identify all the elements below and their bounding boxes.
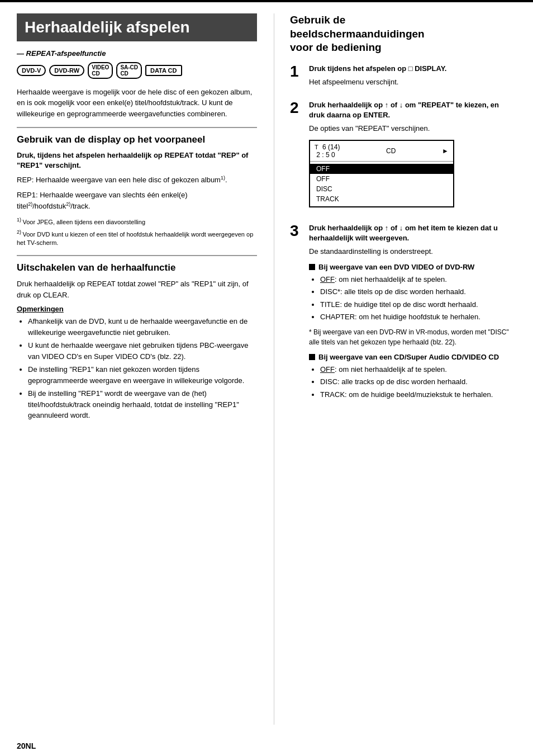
display-menu-off1: OFF bbox=[310, 164, 453, 174]
footnote1: 1) Voor JPEG, alleen tijdens een diavoor… bbox=[17, 216, 257, 226]
rep1-text: REP1: Herhaalde weergave van slechts één… bbox=[17, 190, 257, 211]
dvd-section-heading: Bij weergave van een DVD VIDEO of DVD-RW bbox=[309, 263, 516, 271]
list-item: U kunt de herhaalde weergave niet gebrui… bbox=[28, 340, 257, 362]
section2-heading: Uitschakelen van de herhaalfunctie bbox=[17, 262, 257, 274]
cd-list-item-track: TRACK: om de huidige beeld/muziekstuk te… bbox=[320, 389, 516, 400]
display-time-area: T 6 (14) 2 : 5 0 bbox=[315, 143, 340, 159]
section1-instruction: Druk, tijdens het afspelen herhaaldelijk… bbox=[17, 150, 257, 171]
opmerkingen-list: Afhankelijk van de DVD, kunt u de herhaa… bbox=[17, 316, 257, 421]
badge-row: DVD-V DVD-RW VIDEOCD SA-CDCD DATA CD bbox=[17, 62, 257, 79]
badge-dvdv: DVD-V bbox=[17, 65, 46, 76]
dvd-list-item-off: OFF: om niet herhaaldelijk af te spelen. bbox=[320, 274, 516, 285]
dvd-list: OFF: om niet herhaaldelijk af te spelen.… bbox=[309, 274, 516, 323]
page-number: 20NL bbox=[0, 736, 533, 756]
step3-content: Druk herhaaldelijk op ↑ of ↓ om het item… bbox=[309, 223, 516, 404]
dvd-footnote: * Bij weergave van een DVD-RW in VR-modu… bbox=[309, 327, 516, 347]
dvd-list-item-disc: DISC*: alle titels op de disc worden her… bbox=[320, 286, 516, 297]
display-top: T 6 (14) 2 : 5 0 CD ► bbox=[310, 141, 453, 162]
right-column: Gebruik debeeldschermaanduidingenvoor de… bbox=[274, 13, 516, 725]
list-item: Bij de instelling "REP1" wordt de weerga… bbox=[28, 388, 257, 421]
badge-dvdrw: DVD-RW bbox=[49, 65, 84, 76]
cd-section-heading: Bij weergave van een CD/Super Audio CD/V… bbox=[309, 353, 516, 361]
dvd-heading-text: Bij weergave van een DVD VIDEO of DVD-RW bbox=[318, 263, 474, 271]
display-box: T 6 (14) 2 : 5 0 CD ► OFF OFF DISC TRACK bbox=[309, 140, 454, 207]
display-t-label: T bbox=[315, 144, 318, 150]
step2-content: Druk herhaaldelijk op ↑ of ↓ om "REPEAT"… bbox=[309, 100, 516, 215]
dvd-list-item-chapter: CHAPTER: om het huidige hoofdstuk te her… bbox=[320, 311, 516, 323]
cd-list-item-off: OFF: om niet herhaaldelijk af te spelen. bbox=[320, 364, 516, 375]
black-square-icon bbox=[309, 264, 315, 270]
display-cd-label: CD bbox=[386, 147, 396, 155]
left-column: Herhaaldelijk afspelen — REPEAT-afspeelf… bbox=[17, 13, 257, 725]
rep-text: REP: Herhaalde weergave van een hele dis… bbox=[17, 174, 257, 186]
list-item: De instelling "REP1" kan niet gekozen wo… bbox=[28, 364, 257, 386]
display-menu-disc: DISC bbox=[310, 184, 453, 194]
dvd-list-item-title: TITLE: de huidige titel op de disc wordt… bbox=[320, 299, 516, 310]
badge-sacd: SA-CDCD bbox=[116, 62, 142, 79]
step1-body: Het afspeelmenu verschijnt. bbox=[309, 77, 516, 88]
display-menu: OFF OFF DISC TRACK bbox=[310, 162, 453, 206]
step1-content: Druk tijdens het afspelen op □ DISPLAY. … bbox=[309, 64, 516, 92]
list-item: Afhankelijk van de DVD, kunt u de herhaa… bbox=[28, 316, 257, 338]
main-title: Herhaaldelijk afspelen bbox=[17, 13, 257, 41]
badge-datacd: DATA CD bbox=[145, 65, 182, 76]
page: Herhaaldelijk afspelen — REPEAT-afspeelf… bbox=[0, 0, 533, 756]
step1-heading: Druk tijdens het afspelen op □ DISPLAY. bbox=[309, 64, 516, 74]
right-title: Gebruik debeeldschermaanduidingenvoor de… bbox=[290, 13, 516, 55]
step2-number: 2 bbox=[290, 100, 303, 116]
cd-list-item-disc: DISC: alle tracks op de disc worden herh… bbox=[320, 376, 516, 388]
step2-row: 2 Druk herhaaldelijk op ↑ of ↓ om "REPEA… bbox=[290, 100, 516, 215]
step3-body: De standaardinstelling is onderstreept. bbox=[309, 246, 516, 257]
step2-body: De opties van "REPEAT" verschijnen. bbox=[309, 123, 516, 134]
step2-heading: Druk herhaaldelijk op ↑ of ↓ om "REPEAT"… bbox=[309, 100, 516, 120]
step3-number: 3 bbox=[290, 223, 303, 239]
cd-heading-text: Bij weergave van een CD/Super Audio CD/V… bbox=[318, 353, 499, 361]
badge-videocd: VIDEOCD bbox=[88, 62, 113, 79]
repeat-subtitle: — REPEAT-afspeelfunctie bbox=[17, 49, 257, 58]
display-menu-off2: OFF bbox=[310, 174, 453, 184]
intro-paragraph: Herhaalde weergave is mogelijk voor de h… bbox=[17, 87, 257, 120]
section-separator-1 bbox=[17, 127, 257, 128]
black-square-icon-2 bbox=[309, 354, 315, 360]
content-area: Herhaaldelijk afspelen — REPEAT-afspeelf… bbox=[0, 2, 533, 736]
cd-list: OFF: om niet herhaaldelijk af te spelen.… bbox=[309, 364, 516, 400]
footnote2: 2) Voor DVD kunt u kiezen of een titel o… bbox=[17, 229, 257, 247]
display-menu-track: TRACK bbox=[310, 194, 453, 204]
step1-row: 1 Druk tijdens het afspelen op □ DISPLAY… bbox=[290, 64, 516, 92]
section-separator-2 bbox=[17, 255, 257, 256]
opmerkingen-heading: Opmerkingen bbox=[17, 305, 257, 313]
step3-row: 3 Druk herhaaldelijk op ↑ of ↓ om het it… bbox=[290, 223, 516, 404]
step1-number: 1 bbox=[290, 64, 303, 79]
step3-heading: Druk herhaaldelijk op ↑ of ↓ om het item… bbox=[309, 223, 516, 243]
section1-heading: Gebruik van de display op het voorpaneel bbox=[17, 134, 257, 146]
section2-body: Druk herhaaldelijk op REPEAT totdat zowe… bbox=[17, 278, 257, 300]
display-play-arrow: ► bbox=[442, 147, 449, 155]
